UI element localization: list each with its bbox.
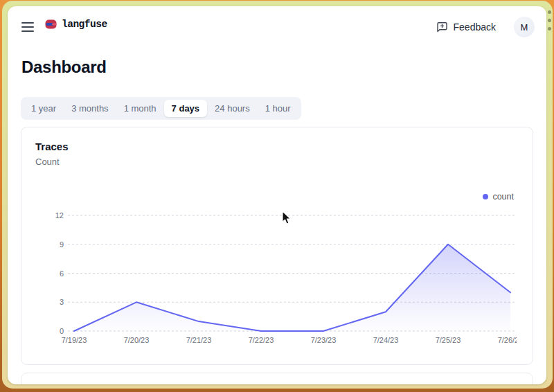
avatar-initial: M [521, 22, 528, 33]
x-tick-label: 7/24/23 [373, 336, 399, 344]
hamburger-icon [21, 22, 34, 24]
x-tick-label: 7/19/23 [62, 336, 87, 344]
brand: langfuse [45, 19, 107, 30]
tab-7-days[interactable]: 7 days [164, 100, 207, 117]
x-tick-label: 7/21/23 [186, 336, 212, 344]
feedback-label: Feedback [454, 21, 496, 33]
card-subtitle: Count [35, 157, 60, 167]
card-title: Traces [35, 141, 69, 152]
tab-1-hour[interactable]: 1 hour [258, 100, 298, 117]
decorative-frame: langfuse Feedback M Dashboard 1 year3 mo… [0, 0, 554, 392]
x-tick-label: 7/25/23 [436, 336, 461, 344]
page-title: Dashboard [21, 57, 107, 77]
traces-chart[interactable]: 0369127/19/237/20/237/21/237/22/237/23/2… [32, 206, 517, 352]
x-tick-label: 7/26/23 [498, 336, 517, 344]
legend-label: count [492, 192, 514, 202]
feedback-button[interactable]: Feedback [436, 17, 496, 37]
frame-dot [548, 10, 551, 14]
y-tick-label: 0 [60, 327, 64, 335]
chart-legend: count [483, 192, 514, 202]
area-fill [74, 244, 510, 331]
next-card-partial [21, 373, 533, 384]
y-tick-label: 9 [60, 240, 64, 249]
frame-dot [548, 19, 551, 22]
y-tick-label: 3 [60, 298, 64, 306]
frame-dot [548, 27, 551, 30]
langfuse-logo-icon [45, 19, 57, 29]
tab-1-month[interactable]: 1 month [116, 100, 164, 117]
y-tick-label: 12 [55, 211, 64, 220]
tab-3-months[interactable]: 3 months [64, 100, 116, 117]
feedback-bubble-plus-icon [436, 21, 448, 33]
traces-card: Traces Count count 0369127/19/237/20/237… [21, 127, 533, 365]
menu-button[interactable] [21, 19, 37, 33]
x-tick-label: 7/20/23 [124, 336, 150, 344]
brand-name: langfuse [62, 19, 107, 30]
traces-chart-svg[interactable]: 0369127/19/237/20/237/21/237/22/237/23/2… [32, 206, 517, 352]
x-tick-label: 7/22/23 [249, 336, 274, 344]
tab-24-hours[interactable]: 24 hours [207, 100, 258, 117]
legend-dot [483, 194, 488, 199]
x-tick-label: 7/23/23 [311, 336, 337, 344]
y-tick-label: 6 [60, 269, 64, 278]
app-window: langfuse Feedback M Dashboard 1 year3 mo… [8, 6, 546, 384]
user-avatar[interactable]: M [514, 17, 535, 37]
time-range-tabs: 1 year3 months1 month7 days24 hours1 hou… [21, 97, 301, 120]
tab-1-year[interactable]: 1 year [24, 100, 64, 117]
